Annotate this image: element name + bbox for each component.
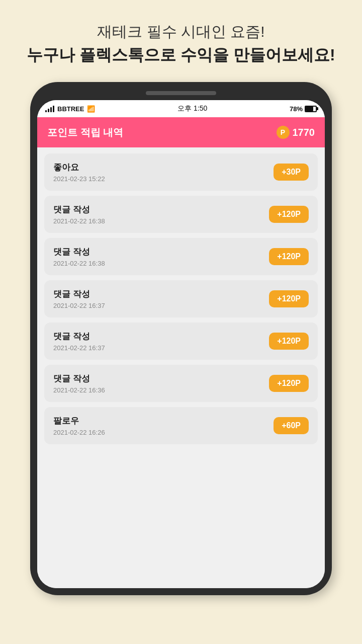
- point-badge: +120P: [269, 206, 309, 223]
- item-date: 2021-02-22 16:38: [53, 260, 105, 267]
- history-info: 팔로우 2021-02-22 16:26: [53, 415, 105, 436]
- phone-notch: [146, 91, 216, 95]
- item-title: 댓글 작성: [53, 331, 105, 342]
- history-item: 좋아요 2021-02-23 15:22 +30P: [44, 153, 318, 191]
- point-total: 1770: [293, 127, 315, 138]
- point-badge: +120P: [269, 333, 309, 350]
- point-badge: +120P: [269, 248, 309, 265]
- point-badge: +30P: [274, 164, 309, 181]
- history-item: 댓글 작성 2021-02-22 16:37 +120P: [44, 280, 318, 317]
- promo-text-block: 재테크 필수 시대인 요즘! 누구나 플렉스톡으로 수익을 만들어보세요!: [12, 0, 350, 82]
- content-area: 좋아요 2021-02-23 15:22 +30P 댓글 작성 2021-02-…: [37, 147, 325, 588]
- point-icon: P: [277, 126, 290, 139]
- item-title: 댓글 작성: [53, 373, 105, 384]
- status-right: 78%: [290, 105, 317, 113]
- app-header-title: 포인트 적립 내역: [47, 126, 123, 139]
- battery-percent: 78%: [290, 105, 303, 113]
- phone-frame: BBTREE 📶 오후 1:50 78% 포인트 적립 내역 P 1770: [30, 82, 332, 595]
- promo-line1: 재테크 필수 시대인 요즘!: [27, 20, 335, 43]
- history-info: 댓글 작성 2021-02-22 16:36: [53, 373, 105, 394]
- history-info: 좋아요 2021-02-23 15:22: [53, 162, 105, 183]
- item-date: 2021-02-22 16:37: [53, 344, 105, 352]
- promo-line2: 누구나 플렉스톡으로 수익을 만들어보세요!: [27, 43, 335, 67]
- item-title: 팔로우: [53, 415, 105, 427]
- status-bar: BBTREE 📶 오후 1:50 78%: [37, 100, 325, 117]
- point-badge: +120P: [269, 290, 309, 307]
- app-header-points: P 1770: [277, 126, 315, 139]
- item-date: 2021-02-23 15:22: [53, 175, 105, 183]
- history-info: 댓글 작성 2021-02-22 16:38: [53, 204, 105, 225]
- item-date: 2021-02-22 16:36: [53, 386, 105, 394]
- item-date: 2021-02-22 16:37: [53, 302, 105, 309]
- history-item: 댓글 작성 2021-02-22 16:37 +120P: [44, 323, 318, 360]
- carrier-name: BBTREE: [57, 105, 84, 113]
- wifi-icon: 📶: [87, 105, 95, 113]
- point-badge: +120P: [269, 375, 309, 392]
- phone-screen: BBTREE 📶 오후 1:50 78% 포인트 적립 내역 P 1770: [37, 100, 325, 588]
- point-badge: +60P: [274, 417, 309, 434]
- status-time: 오후 1:50: [177, 104, 207, 113]
- item-title: 댓글 작성: [53, 204, 105, 215]
- item-title: 댓글 작성: [53, 246, 105, 258]
- app-header: 포인트 적립 내역 P 1770: [37, 117, 325, 147]
- history-info: 댓글 작성 2021-02-22 16:37: [53, 331, 105, 352]
- item-date: 2021-02-22 16:38: [53, 217, 105, 225]
- history-item: 댓글 작성 2021-02-22 16:38 +120P: [44, 238, 318, 275]
- item-title: 댓글 작성: [53, 288, 105, 300]
- history-info: 댓글 작성 2021-02-22 16:38: [53, 246, 105, 267]
- history-item: 팔로우 2021-02-22 16:26 +60P: [44, 407, 318, 444]
- history-item: 댓글 작성 2021-02-22 16:36 +120P: [44, 365, 318, 402]
- battery-icon: [305, 106, 317, 112]
- battery-fill: [306, 107, 313, 111]
- history-info: 댓글 작성 2021-02-22 16:37: [53, 288, 105, 309]
- signal-icon: [45, 105, 54, 112]
- history-item: 댓글 작성 2021-02-22 16:38 +120P: [44, 196, 318, 233]
- status-left: BBTREE 📶: [45, 105, 95, 113]
- item-title: 좋아요: [53, 162, 105, 173]
- item-date: 2021-02-22 16:26: [53, 429, 105, 436]
